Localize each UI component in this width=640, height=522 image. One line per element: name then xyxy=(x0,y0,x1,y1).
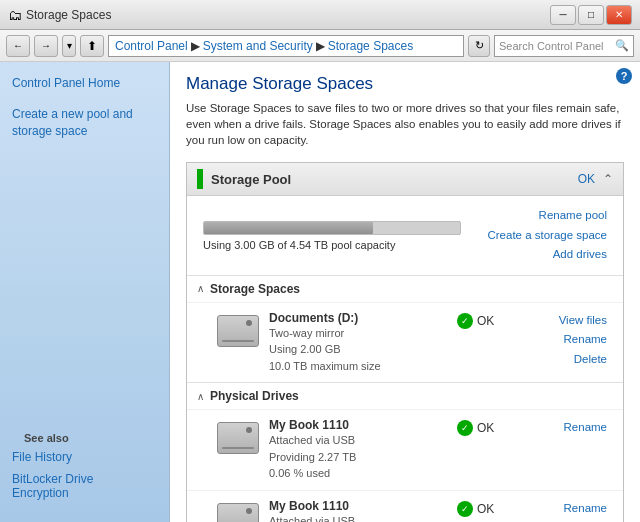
back-button[interactable]: ← xyxy=(6,35,30,57)
create-storage-space-link[interactable]: Create a storage space xyxy=(477,226,607,246)
file-history-link[interactable]: File History xyxy=(12,446,157,468)
address-bar: ← → ▾ ⬆ Control Panel ▶ System and Secur… xyxy=(0,30,640,62)
physical-drive-used-1: 0.06 % used xyxy=(269,465,447,482)
drive-status: ✓ OK xyxy=(457,311,517,329)
search-placeholder: Search Control Panel xyxy=(499,40,604,52)
status-text: OK xyxy=(477,314,494,328)
breadcrumb[interactable]: Control Panel ▶ System and Security ▶ St… xyxy=(108,35,464,57)
capacity-text: Using 3.00 GB of 4.54 TB pool capacity xyxy=(203,239,461,251)
create-pool-link[interactable]: Create a new pool and storage space xyxy=(0,102,169,144)
status-text-2: OK xyxy=(477,502,494,516)
physical-drive-connection-1: Attached via USB xyxy=(269,432,447,449)
rename-physical-drive-2-link[interactable]: Rename xyxy=(527,499,607,519)
see-also-label: See also xyxy=(12,426,157,446)
page-description: Use Storage Spaces to save files to two … xyxy=(186,100,624,148)
table-row: Documents (D:) Two-way mirror Using 2.00… xyxy=(187,302,623,383)
maximize-button[interactable]: □ xyxy=(578,5,604,25)
drive-type: Two-way mirror xyxy=(269,325,447,342)
rename-pool-link[interactable]: Rename pool xyxy=(477,206,607,226)
breadcrumb-part1[interactable]: Control Panel xyxy=(115,39,188,53)
main-layout: Control Panel Home Create a new pool and… xyxy=(0,62,640,522)
search-icon: 🔍 xyxy=(615,39,629,52)
pool-links: Rename pool Create a storage space Add d… xyxy=(477,206,607,265)
breadcrumb-sep1: ▶ xyxy=(191,39,200,53)
pool-header: Storage Pool OK ⌃ xyxy=(187,163,623,196)
breadcrumb-sep2: ▶ xyxy=(316,39,325,53)
physical-drive-info-1: My Book 1110 Attached via USB Providing … xyxy=(269,418,447,482)
status-ok-icon-1: ✓ xyxy=(457,420,473,436)
drive-max-size: 10.0 TB maximum size xyxy=(269,358,447,375)
pool-title: Storage Pool xyxy=(211,172,291,187)
physical-drives-chevron: ∧ xyxy=(197,391,204,402)
content-area: ? Manage Storage Spaces Use Storage Spac… xyxy=(170,62,640,522)
physical-drives-subsection: ∧ Physical Drives My Book 1110 Attached … xyxy=(187,383,623,522)
delete-drive-link[interactable]: Delete xyxy=(527,350,607,370)
add-drives-link[interactable]: Add drives xyxy=(477,245,607,265)
drive-using: Using 2.00 GB xyxy=(269,341,447,358)
physical-drive-connection-2: Attached via USB xyxy=(269,513,447,522)
physical-drive-actions-2: Rename xyxy=(527,499,607,519)
table-row: My Book 1110 Attached via USB Providing … xyxy=(187,490,623,522)
physical-drive-status-1: ✓ OK xyxy=(457,418,517,436)
physical-drive-actions-1: Rename xyxy=(527,418,607,438)
pool-ok-status: OK xyxy=(578,172,595,186)
title-bar-controls: ─ □ ✕ xyxy=(550,5,632,25)
breadcrumb-part3[interactable]: Storage Spaces xyxy=(328,39,413,53)
page-title: Manage Storage Spaces xyxy=(186,74,624,94)
rename-drive-link[interactable]: Rename xyxy=(527,330,607,350)
up-button[interactable]: ⬆ xyxy=(80,35,104,57)
physical-drive-status-2: ✓ OK xyxy=(457,499,517,517)
storage-spaces-chevron: ∧ xyxy=(197,283,204,294)
bitlocker-link[interactable]: BitLocker Drive Encryption xyxy=(12,468,157,504)
capacity-bar-fill xyxy=(204,222,373,234)
drive-name: Documents (D:) xyxy=(269,311,447,325)
storage-spaces-header[interactable]: ∧ Storage Spaces xyxy=(187,276,623,302)
help-button[interactable]: ? xyxy=(616,68,632,84)
physical-drive-icon-1 xyxy=(217,422,259,454)
minimize-button[interactable]: ─ xyxy=(550,5,576,25)
physical-drive-providing-1: Providing 2.27 TB xyxy=(269,449,447,466)
title-bar: 🗂 Storage Spaces ─ □ ✕ xyxy=(0,0,640,30)
drive-icon xyxy=(217,315,259,347)
nav-dropdown-button[interactable]: ▾ xyxy=(62,35,76,57)
physical-drives-title: Physical Drives xyxy=(210,389,299,403)
table-row: My Book 1110 Attached via USB Providing … xyxy=(187,409,623,490)
content-inner: Manage Storage Spaces Use Storage Spaces… xyxy=(170,62,640,522)
refresh-button[interactable]: ↻ xyxy=(468,35,490,57)
control-panel-home-link[interactable]: Control Panel Home xyxy=(0,72,169,94)
physical-drive-name-1: My Book 1110 xyxy=(269,418,447,432)
rename-physical-drive-1-link[interactable]: Rename xyxy=(527,418,607,438)
storage-spaces-title: Storage Spaces xyxy=(210,282,300,296)
drive-actions: View files Rename Delete xyxy=(527,311,607,370)
physical-drive-info-2: My Book 1110 Attached via USB Providing … xyxy=(269,499,447,522)
status-text-1: OK xyxy=(477,421,494,435)
search-bar[interactable]: Search Control Panel 🔍 xyxy=(494,35,634,57)
sidebar-bottom: See also File History BitLocker Drive En… xyxy=(0,418,169,512)
app-icon: 🗂 xyxy=(8,7,22,23)
close-button[interactable]: ✕ xyxy=(606,5,632,25)
forward-button[interactable]: → xyxy=(34,35,58,57)
drive-info: Documents (D:) Two-way mirror Using 2.00… xyxy=(269,311,447,375)
view-files-link[interactable]: View files xyxy=(527,311,607,331)
title-bar-left: 🗂 Storage Spaces xyxy=(8,7,111,23)
status-ok-icon: ✓ xyxy=(457,313,473,329)
storage-spaces-subsection: ∧ Storage Spaces Documents (D:) Two-way … xyxy=(187,276,623,384)
capacity-bar-background xyxy=(203,221,461,235)
pool-header-left: Storage Pool xyxy=(197,169,291,189)
physical-drive-icon-2 xyxy=(217,503,259,522)
capacity-bar-container: Using 3.00 GB of 4.54 TB pool capacity xyxy=(203,221,461,251)
pool-color-bar xyxy=(197,169,203,189)
breadcrumb-part2[interactable]: System and Security xyxy=(203,39,313,53)
pool-collapse-button[interactable]: ⌃ xyxy=(603,172,613,186)
storage-pool-section: Storage Pool OK ⌃ Using 3.00 GB of 4.54 … xyxy=(186,162,624,522)
title-bar-title: Storage Spaces xyxy=(26,8,111,22)
physical-drives-header[interactable]: ∧ Physical Drives xyxy=(187,383,623,409)
sidebar-top: Control Panel Home Create a new pool and… xyxy=(0,72,169,144)
physical-drive-name-2: My Book 1110 xyxy=(269,499,447,513)
pool-header-right: OK ⌃ xyxy=(578,172,613,186)
sidebar: Control Panel Home Create a new pool and… xyxy=(0,62,170,522)
pool-capacity: Using 3.00 GB of 4.54 TB pool capacity R… xyxy=(187,196,623,276)
status-ok-icon-2: ✓ xyxy=(457,501,473,517)
